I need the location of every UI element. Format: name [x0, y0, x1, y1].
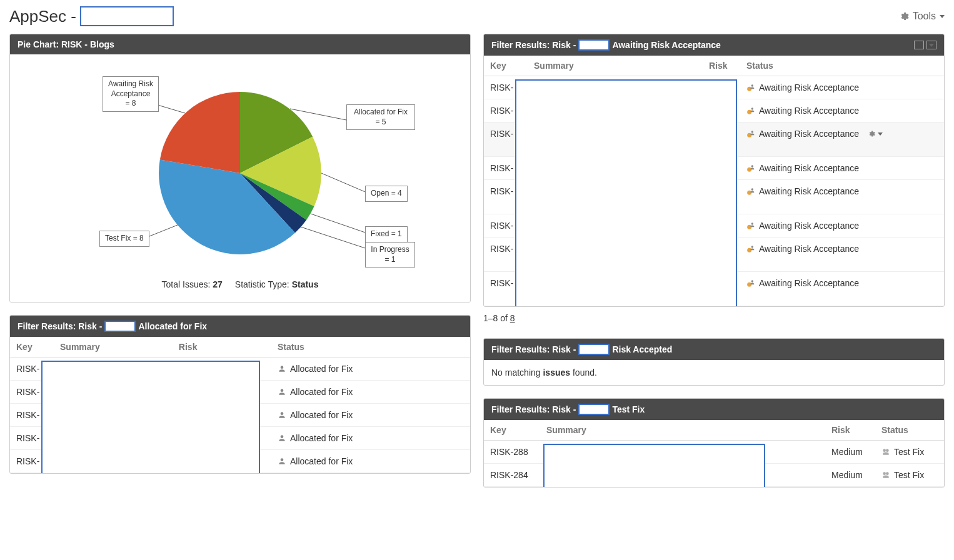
redacted-block: [41, 361, 260, 474]
svg-point-11: [747, 225, 751, 229]
svg-point-16: [883, 472, 886, 475]
pie-label-allocated: Allocated for Fix = 5: [346, 104, 415, 130]
tools-label: Tools: [913, 11, 936, 22]
dashboard-grid: Pie Chart: RISK - Blogs: [9, 34, 945, 488]
pager: 1–8 of 8: [483, 307, 945, 326]
row-action-menu[interactable]: [868, 130, 883, 138]
svg-line-3: [311, 214, 365, 232]
panel-header: Pie Chart: RISK - Blogs: [10, 34, 470, 54]
redacted-inline: [104, 321, 136, 332]
chevron-down-icon: [940, 15, 945, 18]
pie-chart: Awaiting Risk Acceptance = 8 Allocated f…: [65, 67, 415, 273]
page-header: AppSec - Tools: [9, 6, 945, 26]
page-title: AppSec -: [9, 6, 174, 26]
pie-label-inprogress: In Progress = 1: [365, 242, 415, 268]
redacted-inline: [578, 39, 610, 51]
svg-point-10: [747, 191, 751, 195]
maximize-icon[interactable]: [914, 41, 924, 49]
tools-menu[interactable]: Tools: [899, 11, 945, 22]
redacted-inline: [578, 344, 610, 355]
redacted-inline: [578, 404, 610, 415]
pie-label-testfix: Test Fix = 8: [99, 231, 149, 247]
svg-point-13: [747, 282, 751, 287]
allocated-panel: Filter Results: Risk - Allocated for Fix…: [9, 315, 471, 474]
pie-label-awaiting: Awaiting Risk Acceptance = 8: [103, 76, 159, 112]
svg-point-9: [747, 168, 751, 172]
awaiting-panel: Filter Results: Risk - Awaiting Risk Acc…: [483, 34, 945, 307]
redacted-block: [543, 444, 765, 488]
svg-point-14: [883, 449, 886, 452]
title-redacted-input[interactable]: [80, 6, 174, 26]
pie-chart-body: Awaiting Risk Acceptance = 8 Allocated f…: [10, 54, 470, 302]
svg-line-4: [301, 227, 365, 248]
svg-point-17: [886, 472, 889, 475]
pie-footer: Total Issues: 27 Statistic Type: Status: [162, 279, 319, 289]
redacted-block: [515, 79, 737, 307]
pie-label-fixed: Fixed = 1: [365, 226, 408, 242]
pie-label-open: Open = 4: [365, 186, 408, 202]
gear-icon: [899, 11, 909, 21]
svg-line-0: [156, 104, 185, 113]
panel-title: Pie Chart: RISK - Blogs: [18, 39, 114, 49]
svg-line-2: [321, 173, 365, 192]
pie-slice-awaiting[interactable]: [160, 92, 240, 173]
awaiting-panel-container: Filter Results: Risk - Awaiting Risk Acc…: [483, 34, 945, 326]
title-prefix: AppSec -: [9, 7, 76, 26]
testfix-panel: Filter Results: Risk - Test Fix Key Summ…: [483, 398, 945, 488]
svg-point-12: [747, 248, 751, 252]
dropdown-icon[interactable]: [926, 41, 936, 49]
accepted-panel: Filter Results: Risk - Risk Accepted No …: [483, 338, 945, 386]
svg-point-15: [886, 449, 889, 452]
no-match-message: No matching issues found.: [484, 360, 944, 385]
pie-chart-panel: Pie Chart: RISK - Blogs: [9, 34, 471, 302]
